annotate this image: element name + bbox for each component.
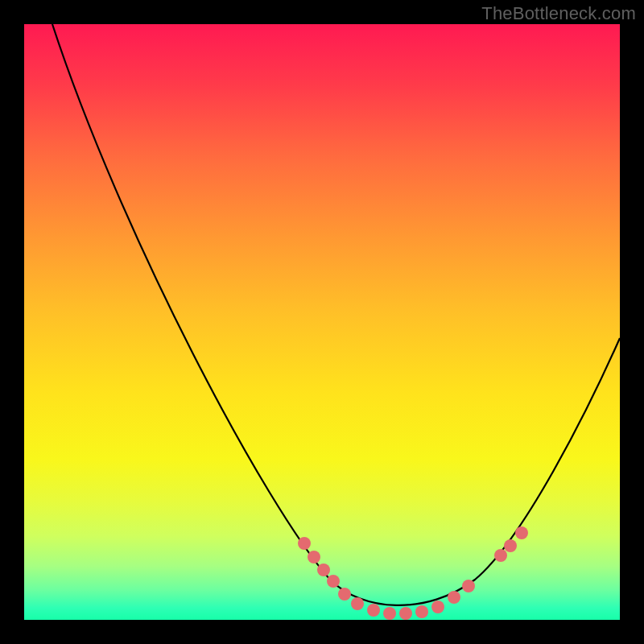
data-point-marker [327, 575, 340, 588]
data-point-marker [462, 580, 475, 592]
markers-group [298, 526, 528, 620]
watermark-text: TheBottleneck.com [481, 3, 636, 24]
data-point-marker [351, 597, 364, 610]
data-point-marker [338, 588, 351, 601]
data-point-marker [515, 526, 528, 539]
data-point-marker [399, 607, 412, 620]
data-point-marker [367, 604, 380, 617]
data-point-marker [431, 601, 444, 613]
data-point-marker [308, 551, 320, 564]
chart-svg [24, 24, 620, 620]
data-point-marker [494, 549, 507, 562]
data-point-marker [415, 605, 428, 618]
data-point-marker [298, 537, 311, 550]
data-point-marker [317, 564, 330, 576]
data-point-marker [448, 591, 460, 604]
plot-area [24, 24, 620, 620]
data-point-marker [504, 539, 517, 552]
data-point-marker [383, 607, 396, 620]
main-curve [52, 24, 620, 605]
chart-container: TheBottleneck.com [0, 0, 644, 644]
